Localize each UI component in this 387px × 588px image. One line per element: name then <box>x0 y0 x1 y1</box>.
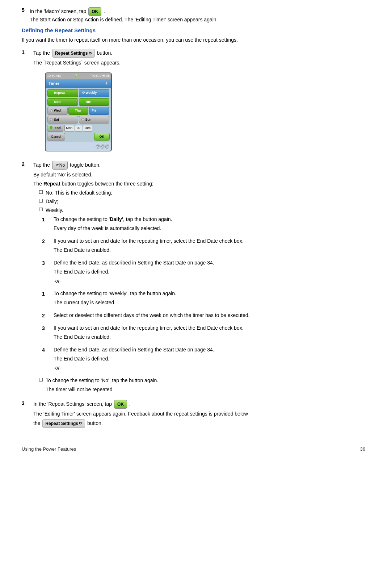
step-5-line1: In the 'Macro' screen, tap <box>30 8 86 14</box>
phone-end-mon[interactable]: Mon <box>64 125 75 132</box>
page-content: 5 In the 'Macro' screen, tap OK . The St… <box>22 7 365 429</box>
phone-tue-btn[interactable]: Tue <box>79 98 110 106</box>
bullet-list-no: To change the setting to 'No', tap the b… <box>39 377 365 395</box>
phone-fri-label: Fri <box>92 108 96 113</box>
ok-button-inline[interactable]: OK <box>88 7 101 16</box>
nested-daily-steps: 1 To change the setting to 'Daily', tap … <box>42 216 365 286</box>
step-3-content: In the 'Repeat Settings' screen, tap OK … <box>33 400 365 429</box>
step-2-bold1: Repeat <box>43 181 60 187</box>
phone-wed-dot <box>50 109 53 112</box>
repeat-settings-label-1: Repeat Settings <box>55 50 88 57</box>
phone-battery-icon: 🔋 <box>74 74 78 79</box>
bullet-box-1 <box>39 190 43 194</box>
phone-end-btn[interactable]: End <box>47 125 63 132</box>
bullet-weekly: Weekly. <box>39 207 365 214</box>
step-1-line2: The `Repeat Settings` screen appears. <box>33 59 365 67</box>
step-5-row: 5 In the 'Macro' screen, tap OK . The St… <box>22 7 365 24</box>
phone-wed-btn[interactable]: Wed <box>47 107 68 115</box>
sub-step-2-num: 2 <box>42 237 54 245</box>
phone-fri-btn[interactable]: Fri <box>89 107 109 115</box>
section-heading: Defining the Repeat Settings <box>22 27 365 33</box>
phone-repeat-dot <box>50 92 53 95</box>
phone-end-dot <box>50 126 52 129</box>
no-label: No <box>59 162 65 168</box>
phone-wed-label: Wed <box>54 108 61 113</box>
sub-step-3: 3 Define the End Date, as described in S… <box>42 259 365 286</box>
step-3-row: 3 In the 'Repeat Settings' screen, tap O… <box>22 400 365 429</box>
sub-step-6-content: If you want to set an end date for the r… <box>54 324 365 342</box>
repeat-settings-button-3[interactable]: Repeat Settings ⟳ <box>42 419 85 428</box>
phone-weekly-label: Weekly <box>86 91 97 96</box>
phone-sun-btn[interactable]: Sun <box>79 116 110 124</box>
phone-sat-btn[interactable]: Sat <box>47 116 78 124</box>
phone-screenshot: 10:30 AM 🔋 TUE APR 08 Timer -/- <box>45 72 112 151</box>
step-3-period: . <box>129 401 131 406</box>
phone-title-right: -/- <box>105 80 108 87</box>
repeat-settings-button-1[interactable]: Repeat Settings ⟳ <box>52 49 95 58</box>
step-2-repeat-desc: The Repeat button toggles between the th… <box>33 180 365 188</box>
sub-step-5: 2 Select or deselect the different days … <box>42 312 365 321</box>
footer: Using the Power Features 36 <box>22 444 365 452</box>
bullet-box-3 <box>39 208 43 211</box>
phone-end-label: End <box>55 126 61 130</box>
sub-step-4: 1 To change the setting to 'Weekly', tap… <box>42 290 365 308</box>
section-heading-text: Defining the Repeat Settings <box>22 27 96 33</box>
phone-sun-dot <box>81 118 84 121</box>
phone-sun-label: Sun <box>85 117 92 122</box>
phone-weekly-icon: ⟳ <box>82 91 85 96</box>
step-2-num: 2 <box>22 161 33 167</box>
sub-step-7-content: Define the End Date, as described in Set… <box>54 346 365 373</box>
ok-button-step3[interactable]: OK <box>114 400 127 409</box>
step-1-row: 1 Tap the Repeat Settings ⟳ button. The … <box>22 49 365 157</box>
sub-step-2: 2 If you want to set an end date for the… <box>42 237 365 255</box>
intro-paragraph: If you want the timer to repeat itself o… <box>22 36 365 44</box>
phone-status-left: 10:30 AM <box>47 74 61 79</box>
step-1-num: 1 <box>22 49 33 55</box>
step-2-row: 2 Tap the ⟳ No toggle button. By default… <box>22 161 365 396</box>
sub-step-1: 1 To change the setting to 'Daily', tap … <box>42 216 365 234</box>
sub-step-6-num: 3 <box>42 324 54 332</box>
step-3-num: 3 <box>22 400 33 406</box>
phone-cancel-btn[interactable]: Cancel <box>47 133 65 141</box>
sub-step-7: 4 Define the End Date, as described in S… <box>42 346 365 373</box>
repeat-icon-1: ⟳ <box>89 50 92 57</box>
step-5-line2: The Start Action or Stop Action is defin… <box>30 17 218 22</box>
sub-step-7-num: 4 <box>42 346 54 354</box>
sub-step-3-num: 3 <box>42 259 54 267</box>
phone-end-02[interactable]: 02 <box>75 125 82 132</box>
phone-sat-sun-row: Sat Sun <box>47 116 110 124</box>
phone-weekly-btn[interactable]: ⟳ Weekly <box>79 89 110 97</box>
sub-step-5-num: 2 <box>42 312 54 320</box>
sub-step-4-num: 1 <box>42 290 54 298</box>
phone-title-bar: Timer -/- <box>46 79 111 88</box>
ok-label-step3: OK <box>117 401 124 408</box>
sub-step-5-content: Select or deselect the different days of… <box>54 312 365 321</box>
footer-left: Using the Power Features <box>22 446 76 452</box>
phone-thu-dot <box>71 109 74 112</box>
bullet-daily: Daily; <box>39 198 365 205</box>
phone-repeat-row: Repeat ⟳ Weekly <box>47 89 110 97</box>
phone-end-dec[interactable]: Dec <box>83 125 92 132</box>
sub-step-3-content: Define the End Date, as described in Set… <box>54 259 365 286</box>
step-2-content: Tap the ⟳ No toggle button. By default '… <box>33 161 365 396</box>
ok-label: OK <box>92 8 98 15</box>
repeat-settings-label-3: Repeat Settings <box>45 420 78 427</box>
step-5-num: 5 <box>22 7 30 13</box>
phone-body: Repeat ⟳ Weekly Mon <box>46 88 111 142</box>
phone-wed-thu-fri-row: Wed Thu Fri <box>47 107 110 115</box>
intro-text: If you want the timer to repeat itself o… <box>22 37 238 43</box>
phone-thu-label: Thu <box>75 108 81 113</box>
phone-watermark: @@@ <box>46 142 111 151</box>
bullet-no-setting: To change the setting to 'No', tap the b… <box>39 377 365 395</box>
step-1-content: Tap the Repeat Settings ⟳ button. The `R… <box>33 49 365 157</box>
phone-ok-btn[interactable]: OK <box>94 133 110 141</box>
sub-step-4-content: To change the setting to 'Weekly', tap t… <box>54 290 365 308</box>
phone-title: Timer <box>49 80 59 87</box>
phone-mon-label: Mon <box>54 100 61 105</box>
phone-repeat-btn[interactable]: Repeat <box>47 89 78 97</box>
sub-step-1-content: To change the setting to 'Daily', tap th… <box>54 216 365 234</box>
phone-thu-btn[interactable]: Thu <box>68 107 89 115</box>
no-toggle-button[interactable]: ⟳ No <box>52 161 68 170</box>
phone-mon-btn[interactable]: Mon <box>47 98 78 106</box>
phone-end-row: End Mon 02 Dec <box>47 125 110 132</box>
